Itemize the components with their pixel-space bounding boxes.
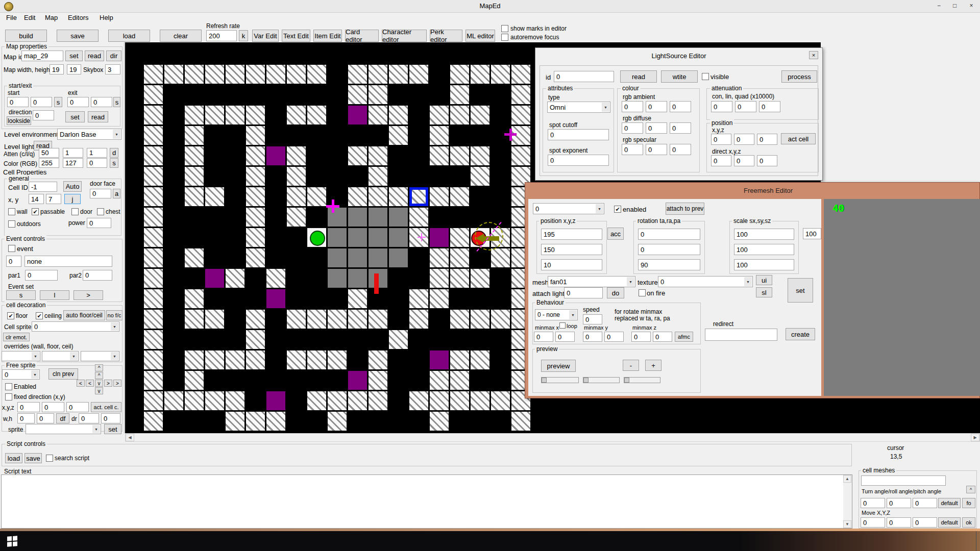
map-cell-3-12[interactable]: [205, 310, 224, 329]
map-cell-6-10[interactable]: [266, 269, 285, 288]
map-cell-7-6[interactable]: [287, 187, 306, 206]
ls-specular-r[interactable]: 0: [622, 144, 643, 155]
map-cell-1-16[interactable]: [164, 391, 183, 410]
event-l-button[interactable]: l: [40, 290, 69, 300]
map-cell-9-14[interactable]: [328, 350, 347, 369]
map-cell-11-6[interactable]: [369, 187, 387, 206]
ls-pos-z[interactable]: 0: [757, 134, 777, 145]
cell-sprite-select[interactable]: 0▼: [32, 321, 119, 332]
map-cell-2-11[interactable]: [185, 289, 204, 308]
override-wall-select[interactable]: ▼: [2, 351, 40, 361]
map-cell-6-4[interactable]: [266, 146, 285, 165]
fm-rot-ra[interactable]: 0: [638, 244, 700, 255]
map-cell-3-16[interactable]: [205, 391, 224, 410]
ls-specular-g[interactable]: 0: [646, 144, 667, 155]
map-cell-10-4[interactable]: [348, 146, 367, 165]
map-cell-5-7[interactable]: [246, 208, 265, 227]
map-cell-13-11[interactable]: [409, 289, 428, 308]
map-cell-7-0[interactable]: [287, 65, 306, 84]
map-cell-11-16[interactable]: [369, 391, 387, 410]
dir-button[interactable]: dir: [106, 51, 121, 61]
map-cell-0-5[interactable]: [144, 167, 163, 186]
map-cell-17-12[interactable]: [491, 310, 510, 329]
map-cell-2-12[interactable]: [185, 310, 204, 329]
map-cell-17-16[interactable]: [491, 391, 510, 410]
color-s-button[interactable]: s: [110, 158, 118, 168]
ls-direct-y[interactable]: 0: [734, 155, 754, 166]
color-b-input[interactable]: 0: [87, 158, 107, 168]
map-cell-0-0[interactable]: [144, 65, 163, 84]
map-cell-13-7[interactable]: [409, 208, 428, 227]
map-cell-10-12[interactable]: [348, 310, 367, 329]
minimize-button[interactable]: −: [931, 0, 947, 11]
map-cell-10-11[interactable]: [348, 289, 367, 308]
map-cell-2-4[interactable]: [185, 146, 204, 165]
var-edit-button[interactable]: Var Edit: [252, 30, 279, 42]
map-cell-12-3[interactable]: [389, 126, 408, 145]
move-z-input[interactable]: 0: [913, 517, 937, 528]
ls-type-select[interactable]: Omni▼: [547, 102, 610, 113]
map-cell-11-12[interactable]: [369, 310, 387, 329]
map-cell-15-4[interactable]: [450, 146, 469, 165]
fm-mesh-list-select[interactable]: 0▼: [533, 203, 604, 214]
map-cell-5-5[interactable]: [246, 167, 265, 186]
direction-input[interactable]: 0: [33, 110, 54, 120]
map-cell-14-15[interactable]: [430, 371, 449, 390]
map-cell-6-0[interactable]: [266, 65, 285, 84]
map-cell-16-4[interactable]: [471, 146, 489, 165]
fm-sl-button[interactable]: sl: [756, 287, 772, 297]
fs-left2-button[interactable]: <: [86, 380, 94, 387]
refresh-rate-input[interactable]: 200: [206, 30, 237, 41]
chest-checkbox[interactable]: [97, 208, 104, 215]
df-button[interactable]: df: [56, 413, 69, 423]
fm-pos-y[interactable]: 150: [541, 244, 602, 255]
map-cell-13-16[interactable]: [409, 391, 428, 410]
fm-slider-2[interactable]: [583, 377, 620, 383]
menu-map[interactable]: Map: [45, 14, 58, 21]
atten-l-input[interactable]: 1: [63, 148, 83, 158]
fs-y-input[interactable]: 0: [42, 402, 64, 412]
map-cell-9-17[interactable]: [328, 412, 347, 431]
map-cell-2-15[interactable]: [185, 371, 204, 390]
map-cell-18-3[interactable]: [511, 126, 530, 145]
turn-y-input[interactable]: 0: [887, 498, 911, 508]
no-fc-button[interactable]: no f/c: [106, 310, 122, 320]
fm-ui-button[interactable]: ui: [756, 275, 772, 285]
map-cell-8-6[interactable]: [307, 187, 326, 206]
fs-z-input[interactable]: 0: [66, 402, 89, 412]
map-cell-15-16[interactable]: [450, 391, 469, 410]
map-cell-14-6[interactable]: [430, 187, 449, 206]
fm-minmax-y2[interactable]: 0: [604, 332, 624, 342]
power-input[interactable]: 0: [87, 218, 111, 228]
move-y-input[interactable]: 0: [887, 517, 911, 528]
fm-scale-y[interactable]: 100: [734, 244, 794, 255]
color-r-input[interactable]: 255: [39, 158, 59, 168]
ls-pos-y[interactable]: 0: [734, 134, 754, 145]
map-cell-14-14[interactable]: [430, 350, 449, 369]
fs-down-button[interactable]: v: [95, 380, 103, 387]
map-cell-2-5[interactable]: [185, 167, 204, 186]
clear-button[interactable]: clear: [160, 30, 202, 42]
build-button[interactable]: build: [5, 30, 47, 42]
map-cell-3-14[interactable]: [205, 350, 224, 369]
map-cell-11-8[interactable]: [369, 228, 387, 247]
map-cell-15-9[interactable]: [450, 248, 469, 267]
map-cell-14-9[interactable]: [430, 248, 449, 267]
ls-ambient-g[interactable]: 0: [646, 101, 667, 112]
passable-checkbox[interactable]: ✔: [32, 208, 39, 215]
cell-y-input[interactable]: 7: [46, 194, 61, 204]
map-cell-14-2[interactable]: [430, 106, 449, 124]
map-cell-0-7[interactable]: [144, 208, 163, 227]
fm-minmax-z2[interactable]: 0: [653, 332, 672, 342]
map-cell-7-14[interactable]: [287, 350, 306, 369]
start-y-input[interactable]: 0: [31, 97, 52, 107]
map-cell-7-12[interactable]: [287, 310, 306, 329]
map-cell-11-2[interactable]: [369, 106, 387, 124]
map-cell-10-0[interactable]: [348, 65, 367, 84]
cln-prev-button[interactable]: cln prev: [48, 368, 78, 380]
map-cell-0-6[interactable]: [144, 187, 163, 206]
fm-minmax-y1[interactable]: 0: [583, 332, 602, 342]
dr1-input[interactable]: 0: [79, 413, 99, 423]
map-cell-5-12[interactable]: [246, 310, 265, 329]
exit-s-button[interactable]: s: [113, 97, 120, 107]
